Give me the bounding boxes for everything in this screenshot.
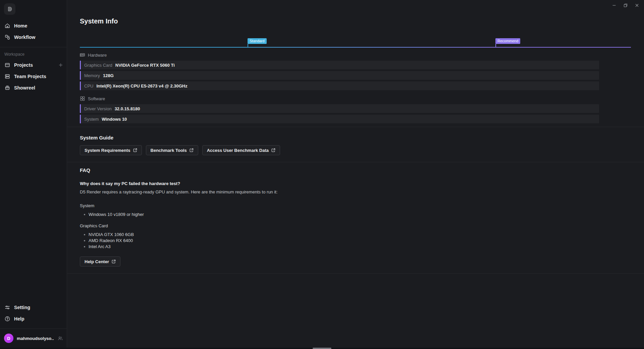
- sidebar-item-projects[interactable]: Projects: [0, 59, 67, 71]
- sidebar: Home Workflow Workspace Projects Team Pr…: [0, 0, 67, 349]
- team-projects-icon: [4, 73, 10, 79]
- sidebar-nav-top: Home Workflow: [0, 20, 67, 43]
- taskbar-hint-bar[interactable]: [313, 348, 331, 349]
- hardware-section-label: Hardware: [88, 53, 107, 58]
- faq-graphics-list: NVIDIA GTX 1060 6GB AMD Radeon RX 6400 I…: [80, 232, 631, 250]
- sidebar-bottom: Setting Help D mahmoudsolyso...: [0, 302, 67, 349]
- projects-icon: [4, 62, 10, 68]
- software-icon: [80, 96, 85, 101]
- button-label: Access User Benchmark Data: [207, 148, 269, 153]
- external-link-icon: [133, 148, 137, 152]
- sidebar-item-label: Help: [14, 316, 24, 322]
- close-button[interactable]: [633, 2, 641, 9]
- gauge-line: [80, 47, 631, 48]
- system-guide-buttons: System Requirements Benchmark Tools Acce…: [80, 145, 631, 155]
- external-link-icon: [190, 148, 194, 152]
- button-label: Benchmark Tools: [151, 148, 187, 153]
- taskbar-hint: [0, 348, 644, 349]
- row-label: Driver Version: [84, 106, 112, 111]
- minimize-button[interactable]: [610, 2, 619, 9]
- gpu-icon: [80, 52, 85, 58]
- list-item: AMD Radeon RX 6400: [80, 238, 631, 244]
- list-item: Intel Arc A3: [80, 244, 631, 250]
- sidebar-item-team-projects[interactable]: Team Projects: [0, 71, 67, 82]
- faq-question: Why does it say my PC failed the hardwar…: [80, 181, 631, 186]
- workflow-icon: [4, 34, 10, 40]
- showreel-icon: [4, 85, 10, 91]
- sidebar-item-help[interactable]: Help: [0, 313, 67, 325]
- software-row-system: System Windows 10: [80, 115, 599, 123]
- software-row-driver-version: Driver Version 32.0.15.8180: [80, 104, 599, 113]
- sidebar-divider: [0, 47, 67, 47]
- hardware-section-header: Hardware: [80, 52, 631, 58]
- row-value: 128G: [103, 73, 114, 78]
- software-section-label: Software: [88, 96, 105, 101]
- user-account-row[interactable]: D mahmoudsolyso...: [0, 330, 67, 346]
- minimize-icon: [612, 3, 616, 7]
- row-label: CPU: [84, 83, 93, 89]
- hardware-row-graphics-card: Graphics Card NVIDIA GeForce RTX 5060 Ti: [80, 61, 599, 69]
- maximize-icon: [624, 3, 628, 7]
- d5-logo[interactable]: [4, 3, 15, 15]
- faq-system-list: Windows 10 v1809 or higher: [80, 212, 631, 218]
- d5-logo-icon: [7, 6, 13, 12]
- sliders-icon: [4, 304, 10, 310]
- home-icon: [4, 23, 10, 29]
- sidebar-item-label: Workflow: [14, 35, 36, 40]
- row-label: Graphics Card: [84, 63, 112, 68]
- sidebar-item-label: Showreel: [14, 85, 35, 91]
- help-center-button[interactable]: Help Center: [80, 256, 120, 267]
- main-content: System Info Standard Recommend Hardware …: [67, 0, 644, 349]
- sidebar-item-showreel[interactable]: Showreel: [0, 82, 67, 94]
- row-value: NVIDIA GeForce RTX 5060 Ti: [115, 63, 175, 68]
- standard-badge: Standard: [248, 38, 267, 44]
- list-item: Windows 10 v1809 or higher: [80, 212, 631, 218]
- recommend-badge: Recommend: [495, 38, 520, 44]
- sidebar-item-setting[interactable]: Setting: [0, 302, 67, 313]
- row-value: Windows 10: [102, 117, 127, 122]
- software-section-header: Software: [80, 96, 631, 102]
- requirement-gauge: Standard Recommend: [80, 38, 631, 48]
- recommend-tick: [495, 44, 496, 47]
- people-icon[interactable]: [57, 335, 63, 341]
- button-label: Help Center: [85, 259, 109, 264]
- list-item: NVIDIA GTX 1060 6GB: [80, 232, 631, 238]
- hardware-rows: Graphics Card NVIDIA GeForce RTX 5060 Ti…: [80, 61, 631, 90]
- sidebar-item-workflow[interactable]: Workflow: [0, 32, 67, 43]
- workspace-label: Workspace: [0, 52, 67, 57]
- system-guide-title: System Guide: [80, 135, 631, 140]
- window-controls: [610, 2, 641, 9]
- maximize-button[interactable]: [621, 2, 630, 9]
- sidebar-item-home[interactable]: Home: [0, 20, 67, 32]
- row-label: Memory: [84, 73, 100, 78]
- sidebar-item-label: Home: [14, 23, 27, 28]
- benchmark-tools-button[interactable]: Benchmark Tools: [146, 145, 198, 155]
- faq-subheading-graphics-card: Graphics Card: [80, 223, 631, 228]
- avatar: D: [4, 334, 13, 343]
- add-project-button plus-icon[interactable]: [58, 62, 63, 68]
- help-icon: [4, 316, 10, 322]
- sidebar-item-label: Setting: [14, 305, 30, 310]
- external-link-icon: [112, 259, 116, 264]
- close-icon: [635, 3, 639, 7]
- row-label: System: [84, 117, 99, 122]
- hardware-row-cpu: CPU Intel(R) Xeon(R) CPU E5-2673 v4 @ 2.…: [80, 81, 599, 90]
- standard-tick: [248, 44, 248, 47]
- faq-title: FAQ: [80, 167, 631, 173]
- section-divider: [67, 162, 644, 162]
- sidebar-item-label: Team Projects: [14, 74, 46, 79]
- access-user-benchmark-data-button[interactable]: Access User Benchmark Data: [202, 145, 280, 155]
- row-value: 32.0.15.8180: [115, 106, 140, 111]
- section-divider: [67, 127, 644, 127]
- system-requirements-button[interactable]: System Requirements: [80, 145, 142, 155]
- external-link-icon: [271, 148, 275, 152]
- software-rows: Driver Version 32.0.15.8180 System Windo…: [80, 104, 631, 123]
- sidebar-item-label: Projects: [14, 62, 54, 68]
- sidebar-nav-workspace: Projects Team Projects Showreel: [0, 59, 67, 94]
- sidebar-divider: [0, 329, 67, 329]
- section-divider: [67, 273, 644, 274]
- user-name: mahmoudsolyso...: [17, 336, 54, 341]
- button-label: System Requirements: [85, 148, 130, 153]
- faq-subheading-system: System: [80, 203, 631, 208]
- page-title: System Info: [80, 16, 631, 26]
